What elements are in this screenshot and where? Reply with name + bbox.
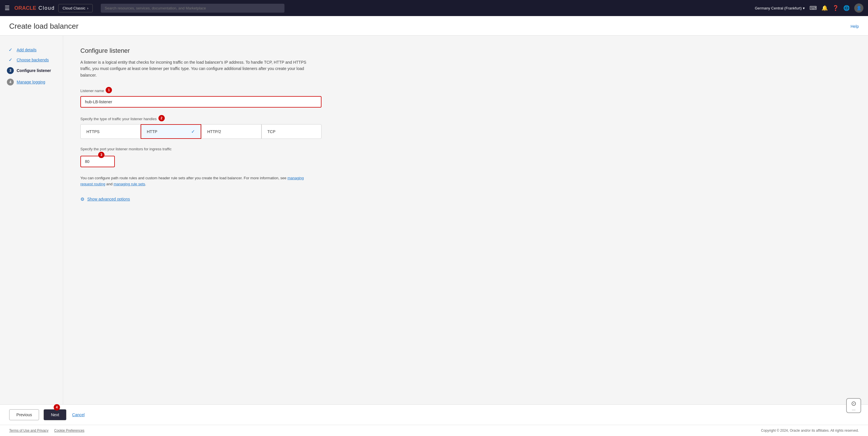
search-input[interactable]	[101, 4, 284, 12]
help-float-button[interactable]: ⊙ :::::	[846, 398, 861, 413]
advanced-options-icon: ⚙	[81, 197, 84, 202]
traffic-type-label: Specify the type of traffic your listene…	[81, 117, 157, 121]
sidebar-label-add-details: Add details	[17, 47, 36, 52]
sidebar-label-manage-logging: Manage logging	[17, 80, 45, 84]
traffic-type-group: Specify the type of traffic your listene…	[81, 115, 851, 139]
advanced-options-label: Show advanced options	[87, 197, 130, 201]
sidebar-label-configure-listener: Configure listener	[17, 68, 51, 73]
next-button[interactable]: Next	[43, 409, 66, 420]
page-header: Create load balancer Help	[0, 16, 868, 36]
page-body: ✓ Add details ✓ Choose backends 3 Config…	[0, 36, 868, 404]
cloud-wordmark: Cloud	[38, 5, 55, 11]
copyright-text: Copyright © 2024, Oracle and/or its affi…	[761, 429, 859, 433]
http-selected-icon: ✓	[191, 129, 195, 134]
cancel-button[interactable]: Cancel	[71, 410, 86, 420]
footer-links: Terms of Use and Privacy Cookie Preferen…	[9, 429, 84, 433]
bottom-action-bar: Previous 4 Next Cancel	[0, 404, 868, 425]
help-circle-icon[interactable]: ❓	[832, 5, 839, 11]
hamburger-menu-icon[interactable]: ☰	[5, 5, 10, 11]
cloud-classic-button[interactable]: Cloud Classic ›	[58, 4, 93, 12]
main-content: Configure listener A listener is a logic…	[63, 36, 868, 404]
listener-name-group: Listener name 1	[81, 88, 851, 107]
traffic-option-tcp[interactable]: TCP	[261, 124, 322, 139]
step4-circle: 4	[7, 78, 14, 86]
region-selector[interactable]: Germany Central (Frankfurt) ▾	[755, 6, 805, 10]
traffic-option-https[interactable]: HTTPS	[81, 124, 141, 139]
globe-icon[interactable]: 🌐	[843, 5, 849, 11]
section-description: A listener is a logical entity that chec…	[81, 59, 316, 78]
sidebar-item-manage-logging[interactable]: 4 Manage logging	[7, 76, 56, 88]
search-bar[interactable]	[101, 4, 284, 12]
port-group: Specify the port your listener monitors …	[81, 147, 851, 167]
user-avatar[interactable]: 👤	[854, 3, 863, 12]
badge-2: 2	[158, 115, 165, 121]
topnav-icons: ⌨ 🔔 ❓ 🌐 👤	[809, 3, 863, 12]
help-float-icon: ⊙	[851, 400, 856, 407]
badge-4: 4	[54, 404, 60, 410]
port-label: Specify the port your listener monitors …	[81, 147, 172, 151]
section-title: Configure listener	[81, 47, 851, 55]
page-title: Create load balancer	[9, 22, 79, 31]
sidebar-item-choose-backends[interactable]: ✓ Choose backends	[7, 55, 56, 65]
listener-name-input[interactable]	[81, 96, 321, 107]
traffic-option-http[interactable]: HTTP ✓	[141, 124, 202, 139]
step2-check-icon: ✓	[7, 57, 14, 63]
step3-circle: 3	[7, 67, 14, 74]
sidebar-item-configure-listener[interactable]: 3 Configure listener	[7, 65, 56, 76]
port-input[interactable]	[81, 156, 115, 167]
page-footer: Terms of Use and Privacy Cookie Preferen…	[0, 425, 868, 436]
terms-of-use-link[interactable]: Terms of Use and Privacy	[9, 429, 49, 433]
traffic-type-selector: HTTPS HTTP ✓ HTTP/2 TCP	[81, 124, 321, 139]
info-text-group: You can configure path route rules and c…	[81, 175, 851, 187]
oracle-wordmark: ORACLE	[14, 5, 36, 11]
managing-rule-sets-link[interactable]: managing rule sets	[114, 182, 145, 186]
wizard-sidebar: ✓ Add details ✓ Choose backends 3 Config…	[0, 36, 63, 404]
info-text: You can configure path route rules and c…	[81, 175, 316, 187]
step1-check-icon: ✓	[7, 47, 14, 53]
sidebar-label-choose-backends: Choose backends	[17, 58, 49, 62]
topnav-right-section: Germany Central (Frankfurt) ▾ ⌨ 🔔 ❓ 🌐 👤	[755, 3, 863, 12]
badge-1: 1	[105, 87, 112, 93]
cookie-preferences-link[interactable]: Cookie Preferences	[54, 429, 84, 433]
previous-button[interactable]: Previous	[9, 409, 39, 420]
badge-3: 3	[98, 152, 104, 158]
bell-icon[interactable]: 🔔	[822, 5, 828, 11]
listener-name-label: Listener name	[81, 89, 104, 93]
sidebar-item-add-details[interactable]: ✓ Add details	[7, 45, 56, 55]
top-navigation: ☰ ORACLE Cloud Cloud Classic › Germany C…	[0, 0, 868, 16]
traffic-option-http2[interactable]: HTTP/2	[201, 124, 261, 139]
help-link[interactable]: Help	[850, 24, 859, 29]
terminal-icon[interactable]: ⌨	[809, 5, 817, 11]
show-advanced-options[interactable]: ⚙ Show advanced options	[81, 197, 851, 202]
oracle-logo: ORACLE Cloud	[14, 5, 55, 11]
